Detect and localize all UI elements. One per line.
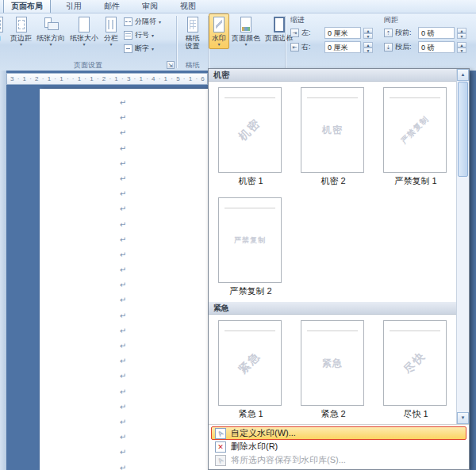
line-numbers-icon: [124, 31, 132, 40]
line-numbers-button[interactable]: 行号 ▾: [121, 29, 163, 41]
remove-watermark-menu-item[interactable]: ✕ 删除水印(R): [211, 440, 466, 453]
remove-watermark-icon: ✕: [215, 441, 226, 453]
paragraph-marks: ↵↵↵↵↵↵↵↵↵↵↵↵↵↵↵↵↵↵↵↵↵↵↵↵↵: [115, 95, 131, 470]
group-page-setup: 向 ▾ 页边距 ▾ 纸张方向 ▾ 纸张大小 ▾: [0, 13, 176, 71]
dialog-launcher-icon[interactable]: ⇲: [167, 61, 175, 69]
chevron-down-icon: ▾: [159, 20, 161, 25]
indent-left-stepper[interactable]: ▲ ▼: [363, 28, 373, 39]
tab-mailings[interactable]: 邮件: [97, 0, 127, 13]
spin-up-icon[interactable]: ▲: [457, 42, 466, 48]
margins-icon: [13, 16, 29, 33]
watermark-option[interactable]: 严禁复制 严禁复制 1: [383, 87, 448, 187]
gallery-section-confidential: 机密: [209, 69, 456, 82]
group-label-page-setup: 页面设置: [0, 59, 176, 71]
chevron-down-icon: ▾: [152, 33, 154, 38]
save-to-gallery-icon: A: [215, 455, 226, 466]
page-color-icon: [238, 16, 254, 33]
watermark-gallery: 机密 机密 机密 1 机密 机密 2 严禁复制 严禁复制 1 严禁复制: [209, 69, 456, 424]
spin-up-icon[interactable]: ▲: [363, 28, 373, 33]
watermark-menu-commands: A 自定义水印(W)... ✕ 删除水印(R) A 将所选内容保存到水印库(S)…: [209, 424, 469, 469]
space-after-input[interactable]: 0 磅: [418, 41, 455, 53]
tab-page-layout[interactable]: 页面布局: [3, 0, 51, 13]
vertical-ruler: [0, 71, 6, 470]
chevron-down-icon: ▾: [244, 42, 247, 47]
watermark-option[interactable]: 严禁复制 严禁复制 2: [218, 197, 283, 297]
watermark-thumbnail: 严禁复制: [383, 87, 447, 173]
chevron-down-icon: ▾: [109, 42, 112, 47]
group-label-grid-paper: 稿纸: [177, 59, 208, 71]
scrollbar-thumb[interactable]: [458, 82, 468, 177]
watermark-thumbnail: 机密: [218, 87, 282, 173]
spin-down-icon[interactable]: ▼: [457, 48, 466, 53]
tab-view[interactable]: 视图: [173, 0, 203, 13]
chevron-down-icon: ▾: [217, 42, 220, 47]
grid-paper-setup-button[interactable]: 稿纸 设置: [182, 13, 203, 52]
orientation-icon: [43, 16, 59, 33]
group-paragraph: 缩进 ⇥ 左: 0 厘米 ▲ ▼ ⇤ 右: 0 厘米 ▲ ▼: [286, 13, 476, 71]
text-direction-button[interactable]: 向 ▾: [0, 13, 8, 49]
group-page-background: 水印 ▾ 页面颜色 ▾ 页面边框: [209, 13, 285, 71]
ribbon: 向 ▾ 页边距 ▾ 纸张方向 ▾ 纸张大小 ▾: [0, 13, 476, 71]
indent-right-icon: ⇤: [290, 43, 299, 52]
watermark-thumbnail: 尽快: [383, 320, 447, 406]
space-before-input[interactable]: 0 磅: [418, 27, 455, 39]
page-color-button[interactable]: 页面颜色 ▾: [229, 13, 263, 49]
hyphenation-button[interactable]: 断字 ▾: [121, 43, 163, 55]
scroll-up-icon[interactable]: ▲: [457, 69, 469, 81]
indent-right-stepper[interactable]: ▲ ▼: [363, 42, 373, 53]
watermark-thumbnail: 紧急: [301, 320, 364, 406]
watermark-dropdown: 机密 机密 机密 1 机密 机密 2 严禁复制 严禁复制 1 严禁复制: [208, 68, 470, 470]
grid-paper-icon: [185, 16, 201, 33]
breaks-button[interactable]: 分隔符 ▾: [121, 16, 163, 28]
horizontal-ruler: 3 · 1 · 2 · 1 · 1 · · 1 · 1 · 2 · 1 · 3 …: [6, 73, 208, 85]
indent-left-input[interactable]: 0 厘米: [324, 27, 361, 39]
tab-review[interactable]: 审阅: [135, 0, 165, 13]
indent-right-input[interactable]: 0 厘米: [324, 41, 361, 53]
columns-button[interactable]: 分栏 ▾: [101, 13, 121, 49]
spin-down-icon[interactable]: ▼: [363, 48, 373, 53]
custom-watermark-icon: A: [215, 428, 226, 439]
orientation-button[interactable]: 纸张方向 ▾: [34, 13, 67, 49]
space-after-stepper[interactable]: ▲ ▼: [457, 42, 466, 53]
word-window: 页面布局 引用 邮件 审阅 视图 向 ▾ 页边距 ▾ 纸: [0, 0, 476, 470]
chevron-down-icon: ▾: [49, 42, 52, 47]
text-direction-icon: [0, 16, 6, 33]
watermark-thumbnail: 机密: [301, 87, 364, 173]
chevron-down-icon: ▾: [152, 47, 154, 52]
spin-up-icon[interactable]: ▲: [363, 42, 373, 48]
spin-down-icon[interactable]: ▼: [363, 33, 373, 39]
watermark-option[interactable]: 机密 机密 2: [301, 87, 366, 187]
watermark-option[interactable]: 紧急 紧急 1: [218, 320, 283, 420]
space-before-stepper[interactable]: ▲ ▼: [457, 28, 466, 39]
chevron-down-icon: ▾: [20, 42, 22, 47]
breaks-icon: [124, 17, 132, 26]
ribbon-tab-bar: 页面布局 引用 邮件 审阅 视图: [0, 0, 476, 13]
spin-down-icon[interactable]: ▼: [457, 33, 466, 39]
gallery-section-urgent: 紧急: [209, 302, 456, 315]
space-after-icon: ⇣: [384, 43, 393, 52]
margins-button[interactable]: 页边距 ▾: [8, 13, 34, 49]
watermark-button[interactable]: 水印 ▾: [209, 13, 229, 49]
gallery-scrollbar[interactable]: ▲ ▼: [456, 69, 469, 424]
save-to-gallery-menu-item: A 将所选内容保存到水印库(S)...: [211, 453, 466, 467]
watermark-thumbnail: 严禁复制: [218, 197, 282, 283]
watermark-option[interactable]: 尽快 尽快 1: [383, 320, 448, 420]
spacing-header: 间距: [384, 15, 473, 25]
scroll-down-icon[interactable]: ▼: [457, 412, 469, 424]
custom-watermark-menu-item[interactable]: A 自定义水印(W)...: [211, 426, 466, 440]
columns-icon: [103, 16, 119, 33]
indent-header: 缩进: [290, 15, 379, 25]
paper-size-icon: [76, 16, 92, 33]
spin-up-icon[interactable]: ▲: [457, 28, 466, 33]
watermark-thumbnail: 紧急: [218, 320, 282, 406]
chevron-down-icon: ▾: [83, 42, 85, 47]
paper-size-button[interactable]: 纸张大小 ▾: [67, 13, 101, 49]
watermark-option[interactable]: 紧急 紧急 2: [301, 320, 366, 420]
indent-left-icon: ⇥: [290, 29, 299, 37]
watermark-option[interactable]: 机密 机密 1: [218, 87, 283, 187]
group-grid-paper: 稿纸 设置 稿纸: [177, 13, 208, 71]
hyphenation-icon: [124, 44, 132, 53]
tab-references[interactable]: 引用: [59, 0, 89, 13]
watermark-icon: [211, 16, 227, 33]
space-before-icon: ⇡: [384, 29, 393, 37]
